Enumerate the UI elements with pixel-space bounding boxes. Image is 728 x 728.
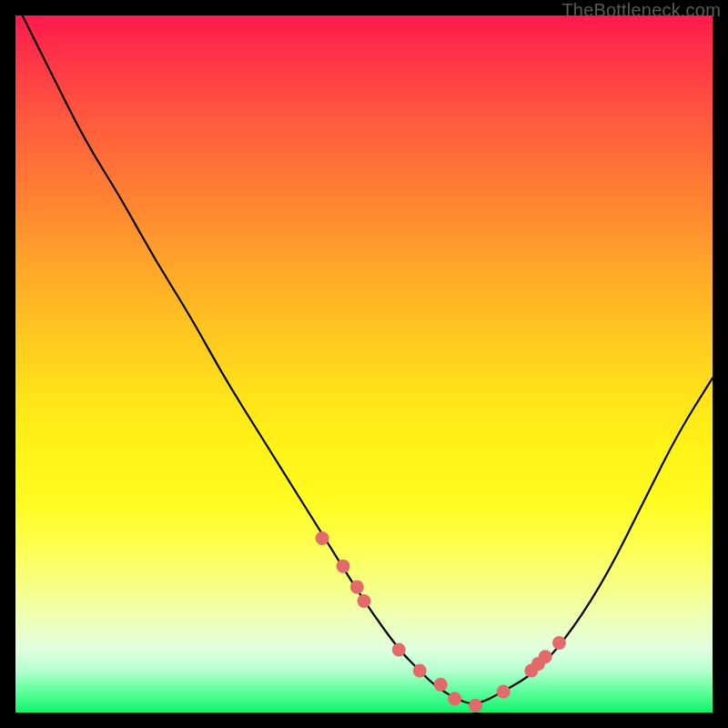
plot-area (15, 15, 713, 713)
curve-marker (392, 643, 406, 657)
curve-marker (469, 699, 482, 713)
bottleneck-curve-svg (15, 15, 713, 713)
curve-marker (350, 581, 364, 594)
curve-marker (316, 531, 329, 545)
watermark-text: TheBottleneck.com (561, 0, 721, 21)
curve-marker (413, 664, 427, 678)
curve-marker (497, 685, 511, 699)
curve-marker (552, 636, 566, 650)
curve-marker (539, 650, 552, 663)
curve-markers (316, 531, 566, 713)
curve-marker (434, 678, 448, 692)
curve-marker (337, 560, 350, 573)
curve-marker (448, 692, 461, 705)
curve-marker (358, 594, 371, 608)
chart-frame: TheBottleneck.com (0, 0, 728, 728)
